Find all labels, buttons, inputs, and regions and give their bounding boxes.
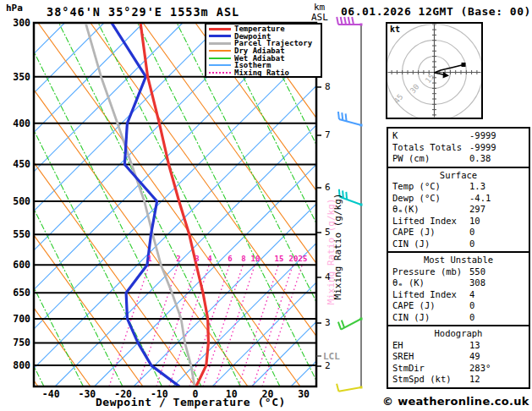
legend-line-sample bbox=[209, 35, 231, 37]
mixing-ratio-value-label: 25 bbox=[299, 255, 308, 263]
wind-barb bbox=[338, 112, 363, 126]
metric-label: StmSpd (kt) bbox=[392, 374, 452, 384]
table-section: Most UnstablePressure (mb)550θₑ (K)308Li… bbox=[387, 251, 530, 326]
table-row: CAPE (J)0 bbox=[388, 227, 529, 238]
metric-value: 0 bbox=[469, 227, 474, 238]
mixing-ratio-axis-label: Mixing Ratio (g/kg) bbox=[332, 179, 343, 315]
table-row: CIN (J)0 bbox=[388, 238, 529, 250]
metric-value: 550 bbox=[469, 266, 485, 278]
temp-tick-label: 0 bbox=[193, 388, 199, 400]
metric-label: CAPE (J) bbox=[392, 227, 436, 237]
pressure-tick-label: 600 bbox=[3, 259, 30, 271]
table-section: K-9999Totals Totals-9999PW (cm)0.38 bbox=[387, 127, 530, 168]
asl-axis-label: ASL bbox=[311, 12, 328, 23]
table-section-title: Hodograph bbox=[388, 328, 529, 340]
temp-tick-label: -10 bbox=[151, 388, 168, 400]
pressure-tick-label: 500 bbox=[3, 195, 30, 207]
table-row: Totals Totals-9999 bbox=[388, 142, 529, 154]
metric-label: Totals Totals bbox=[392, 142, 462, 152]
metric-value: 13 bbox=[469, 340, 480, 352]
pressure-tick-label: 750 bbox=[3, 337, 30, 348]
table-section-title: Most Unstable bbox=[388, 255, 529, 266]
table-row: CIN (J)0 bbox=[388, 312, 529, 324]
legend-item: Dry Adiabat bbox=[206, 47, 321, 55]
pressure-unit-label: hPa bbox=[6, 3, 23, 14]
km-tick-label: 7 bbox=[325, 129, 331, 140]
table-row: StmSpd (kt)12 bbox=[388, 374, 529, 386]
metric-value: -4.1 bbox=[469, 193, 491, 205]
km-tick-label: 3 bbox=[325, 317, 331, 328]
temp-tick-label: 20 bbox=[261, 388, 273, 400]
metric-label: Temp (°C) bbox=[392, 181, 441, 191]
table-row: Lifted Index10 bbox=[388, 216, 529, 227]
metric-label: EH bbox=[392, 340, 403, 350]
table-row: Pressure (mb)550 bbox=[388, 266, 529, 278]
metric-label: CIN (J) bbox=[392, 238, 430, 249]
mixing-ratio-value-label: 20 bbox=[289, 255, 299, 263]
table-section: HodographEH13SREH49StmDir283°StmSpd (kt)… bbox=[387, 325, 530, 389]
metric-label: θₑ (K) bbox=[392, 277, 425, 288]
metric-value: 0.38 bbox=[469, 153, 491, 165]
wind-barb bbox=[338, 318, 363, 330]
metric-value: 10 bbox=[469, 216, 480, 227]
legend-box: TemperatureDewpointParcel TrajectoryDry … bbox=[205, 23, 322, 78]
metric-label: K bbox=[392, 130, 398, 140]
metric-label: SREH bbox=[392, 351, 414, 361]
run-date-label: 06.01.2026 12GMT (Base: 00) bbox=[341, 5, 531, 18]
pressure-tick-label: 650 bbox=[3, 287, 30, 299]
svg-text:45: 45 bbox=[392, 93, 405, 106]
temp-tick-label: -30 bbox=[79, 388, 96, 400]
metric-value: 0 bbox=[469, 300, 474, 312]
table-row: Dewp (°C)-4.1 bbox=[388, 193, 529, 205]
table-row: Temp (°C)1.3 bbox=[388, 181, 529, 193]
table-row: StmDir283° bbox=[388, 363, 529, 375]
metric-value: 0 bbox=[469, 238, 474, 250]
pressure-tick-label: 400 bbox=[3, 118, 30, 129]
metric-value: 4 bbox=[469, 289, 474, 301]
pressure-tick-label: 800 bbox=[3, 359, 30, 371]
table-row: EH13 bbox=[388, 340, 529, 352]
legend-line-sample bbox=[209, 58, 231, 59]
metric-value: 0 bbox=[469, 312, 474, 324]
metric-value: 12 bbox=[469, 374, 480, 386]
hodograph-unit-label: kt bbox=[390, 25, 400, 34]
pressure-tick-label: 450 bbox=[3, 158, 30, 170]
metric-value: 308 bbox=[469, 277, 485, 289]
metric-label: Pressure (mb) bbox=[392, 266, 462, 277]
indices-table: K-9999Totals Totals-9999PW (cm)0.38Surfa… bbox=[387, 129, 530, 389]
metric-value: -9999 bbox=[469, 142, 496, 154]
km-tick-label: 5 bbox=[325, 227, 331, 238]
copyright: © weatheronline.co.uk bbox=[382, 395, 529, 408]
page-title: 38°46'N 35°29'E 1553m ASL bbox=[47, 5, 239, 19]
hodograph: 153045 bbox=[387, 23, 483, 121]
mixing-ratio-value-label: 15 bbox=[275, 255, 284, 263]
km-tick-label: 8 bbox=[325, 81, 331, 92]
table-row: Lifted Index4 bbox=[388, 289, 529, 301]
km-tick-label: 2 bbox=[325, 360, 331, 371]
legend-item-label: Mixing Ratio bbox=[234, 68, 289, 77]
metric-label: CAPE (J) bbox=[392, 300, 436, 310]
legend-line-sample bbox=[209, 28, 231, 30]
mixing-ratio-value-label: 6 bbox=[228, 255, 232, 263]
metric-label: Lifted Index bbox=[392, 289, 457, 299]
metric-label: Dewp (°C) bbox=[392, 193, 441, 203]
temp-tick-label: -20 bbox=[114, 388, 132, 400]
pressure-tick-label: 300 bbox=[3, 17, 30, 29]
mixing-ratio-value-label: 8 bbox=[241, 255, 245, 263]
mixing-ratio-value-label: 2 bbox=[176, 255, 180, 263]
km-tick-label: 6 bbox=[325, 182, 331, 193]
table-row: θₑ (K)308 bbox=[388, 277, 529, 289]
metric-value: 283° bbox=[469, 363, 491, 375]
pressure-tick-label: 350 bbox=[3, 71, 30, 83]
metric-label: PW (cm) bbox=[392, 153, 430, 163]
legend-item: Mixing Ratio bbox=[206, 69, 321, 77]
pressure-tick-label: 550 bbox=[3, 228, 30, 240]
mixing-ratio-value-label: 1 bbox=[147, 255, 151, 263]
temp-tick-label: 10 bbox=[226, 388, 238, 400]
pressure-tick-label: 700 bbox=[3, 313, 30, 325]
mixing-ratio-value-label: 10 bbox=[251, 255, 261, 263]
table-row: K-9999 bbox=[388, 130, 529, 142]
metric-label: Lifted Index bbox=[392, 216, 457, 226]
metric-value: 1.3 bbox=[469, 181, 485, 193]
metric-value: -9999 bbox=[469, 130, 496, 142]
